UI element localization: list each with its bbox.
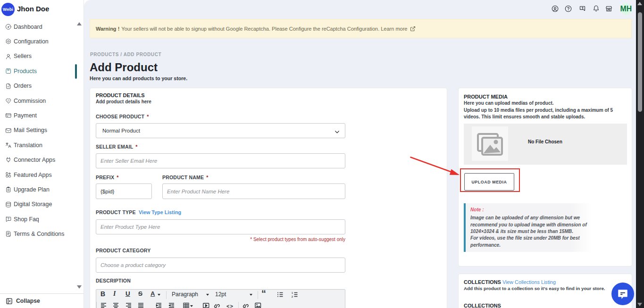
svg-text:2: 2	[292, 295, 293, 298]
svg-text:1: 1	[292, 291, 293, 294]
